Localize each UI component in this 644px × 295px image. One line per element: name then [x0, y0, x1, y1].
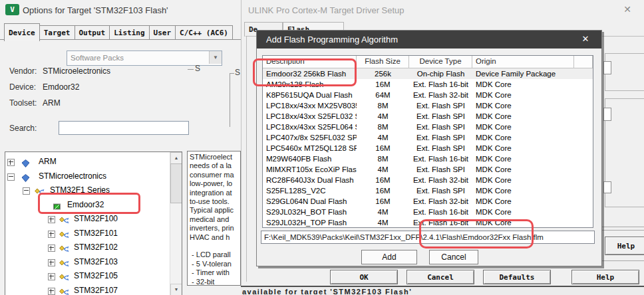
table-row[interactable]: LPC5460x MT25QL128 SPIFI16MExt. Flash SP… [263, 143, 593, 153]
close-icon[interactable]: ✕ [621, 4, 634, 15]
table-row[interactable]: Emdoor32 256kB Flash256kOn-chip FlashDev… [263, 68, 593, 79]
series-icon [59, 258, 69, 266]
tab-user[interactable]: User [149, 25, 176, 39]
help-button-side[interactable]: Help [605, 237, 644, 255]
table-row[interactable]: LPC18xx/43xx S25FL032 SP...4MExt. Flash … [263, 111, 593, 122]
table-row[interactable]: LPC407x/8x S25FL032 SPIFI4MExt. Flash SP… [263, 132, 593, 143]
flash-algorithm-table: DescriptionFlash SizeDevice TypeOrigin E… [262, 55, 593, 228]
column-header-description[interactable]: Description [263, 56, 357, 68]
expand-icon[interactable] [7, 159, 15, 166]
algorithm-path-field[interactable]: F:\Keil_MDK539\Packs\Keil\STM32F1xx_DFP\… [261, 231, 595, 244]
cell: 16M [357, 185, 409, 196]
table-row[interactable]: MIMXRT105x EcoXiP Flash4MExt. Flash SPIM… [263, 164, 593, 175]
table-row[interactable]: LPC18xx/43xx S25FL064 SP...8MExt. Flash … [263, 122, 593, 132]
tab-target[interactable]: Target [39, 25, 75, 39]
tree-item-arm[interactable]: ARM [5, 155, 170, 169]
expand-icon[interactable] [48, 245, 55, 252]
add-dialog-titlebar[interactable]: Add Flash Programming Algorithm ✕ [257, 31, 601, 49]
group-box-fragment-line [188, 69, 194, 70]
table-row[interactable]: K8P5615UQA Dual Flash64MExt. Flash 32-bi… [263, 90, 593, 100]
tree-item-stm32f105[interactable]: STM32F105 [5, 269, 170, 284]
cell: MDK Core [472, 122, 574, 132]
series-icon [59, 272, 69, 280]
cell: 64M [357, 90, 409, 100]
table-row[interactable]: AM29x128 Flash16MExt. Flash 16-bitMDK Co… [263, 79, 593, 90]
expand-icon[interactable] [48, 216, 55, 223]
close-icon[interactable]: ✕ [579, 34, 592, 44]
cancel-button[interactable]: Cancel [429, 250, 478, 264]
field-value: Emdoor32 [43, 82, 79, 92]
chip-icon [53, 201, 63, 209]
tree-item-stm32f107[interactable]: STM32F107 [5, 284, 170, 295]
cell: S29JL032H_BOT Flash [263, 207, 357, 217]
tree-item-stm32f100[interactable]: STM32F100 [5, 212, 170, 227]
tab-listing[interactable]: Listing [109, 25, 149, 39]
description-line: consumer ma [190, 171, 240, 179]
tree-scrollbar[interactable]: ▲ ▼ [170, 152, 182, 295]
cell: S29JL032H_TOP Flash [263, 217, 357, 228]
column-header-device-type[interactable]: Device Type [409, 56, 472, 68]
tree-item-stm32f101[interactable]: STM32F101 [5, 227, 170, 241]
cell-stub [574, 68, 593, 79]
chevron-down-icon[interactable]: ▼ [209, 51, 222, 64]
table-row[interactable]: S29JL032H_TOP Flash4MExt. Flash 16-bitMD… [263, 217, 593, 228]
tab-c-c-ac6[interactable]: C/C++ (AC6) [175, 25, 233, 39]
cell: MDK Core [472, 111, 574, 122]
tree-item-stmicroelectronics[interactable]: STMicroelectronics [5, 169, 170, 184]
expand-icon[interactable] [48, 231, 55, 238]
table-row[interactable]: S29GL064N Dual Flash16MExt. Flash 32-bit… [263, 196, 593, 207]
table-row[interactable]: S25FL128S_V2C16MExt. Flash SPIMDK Core [263, 185, 593, 196]
scrollbar-thumb[interactable] [170, 163, 182, 203]
cell: Ext. Flash SPI [409, 185, 472, 196]
tab-device[interactable]: Device [4, 23, 40, 41]
cell: Ext. Flash SPI [409, 143, 472, 153]
description-line: inverters, prin [190, 224, 240, 233]
cell: MDK Core [472, 185, 574, 196]
device-description-panel: STMicroelectneeds of a laconsumer malow-… [187, 151, 241, 286]
cell: S29GL064N Dual Flash [263, 196, 357, 207]
tree-item-emdoor32[interactable]: Emdoor32 [5, 198, 170, 213]
description-line: - 32-bit [190, 278, 240, 286]
tree-item-stm32f103[interactable]: STM32F103 [5, 255, 170, 270]
tree-item-stm32f1-series[interactable]: STM32F1 Series [5, 183, 170, 198]
device-fields: Vendor:STMicroelectronicsDevice:Emdoor32… [9, 66, 229, 114]
tree-label: Emdoor32 [67, 198, 104, 213]
tree-item-stm32f102[interactable]: STM32F102 [5, 241, 170, 255]
collapse-icon[interactable] [7, 173, 15, 181]
cell: 8M [357, 100, 409, 111]
search-input[interactable] [59, 121, 189, 135]
cell-stub [574, 175, 593, 185]
button-cancel[interactable]: Cancel [406, 270, 474, 284]
description-line: - LCD parall [190, 250, 240, 259]
column-header-flash-size[interactable]: Flash Size [357, 56, 409, 68]
button-help[interactable]: Help [571, 270, 639, 284]
cell: MDK Core [472, 153, 574, 164]
expand-icon[interactable] [48, 259, 55, 266]
expand-icon[interactable] [48, 288, 55, 295]
cell: Ext. Flash 32-bit [409, 175, 472, 185]
scroll-down-icon[interactable]: ▼ [170, 284, 182, 295]
tab-output[interactable]: Output [75, 25, 110, 39]
cell: MDK Core [472, 100, 574, 111]
expand-icon[interactable] [48, 273, 55, 280]
table-row[interactable]: M29W640FB Flash8MExt. Flash 16-bitMDK Co… [263, 153, 593, 164]
options-for-target-dialog: V Options for Target 'STM32F103 Flash' D… [0, 0, 242, 295]
collapse-icon[interactable] [23, 187, 30, 195]
scroll-up-icon[interactable]: ▲ [170, 152, 182, 164]
table-row[interactable]: LPC18xx/43xx MX25V8035F...8MExt. Flash S… [263, 100, 593, 111]
cell: Device Family Package [472, 68, 574, 79]
cell: MDK Core [472, 79, 574, 90]
table-row[interactable]: S29JL032H_BOT Flash4MExt. Flash 16-bitMD… [263, 207, 593, 217]
cell-stub [574, 153, 593, 164]
software-packs-value: Software Packs [71, 51, 124, 64]
add-button[interactable]: Add [361, 250, 417, 264]
field-label: Device: [9, 82, 43, 92]
table-row[interactable]: RC28F640J3x Dual Flash16MExt. Flash 32-b… [263, 175, 593, 185]
cell-stub [574, 143, 593, 153]
column-header-origin[interactable]: Origin [472, 56, 574, 68]
build-output-text: available for target 'STM32F103 Flash' [242, 287, 644, 294]
button-ok[interactable]: OK [330, 270, 398, 284]
button-defaults[interactable]: Defaults [483, 270, 551, 284]
control-fragment [603, 108, 611, 121]
tree-label: STM32F107 [74, 284, 118, 295]
